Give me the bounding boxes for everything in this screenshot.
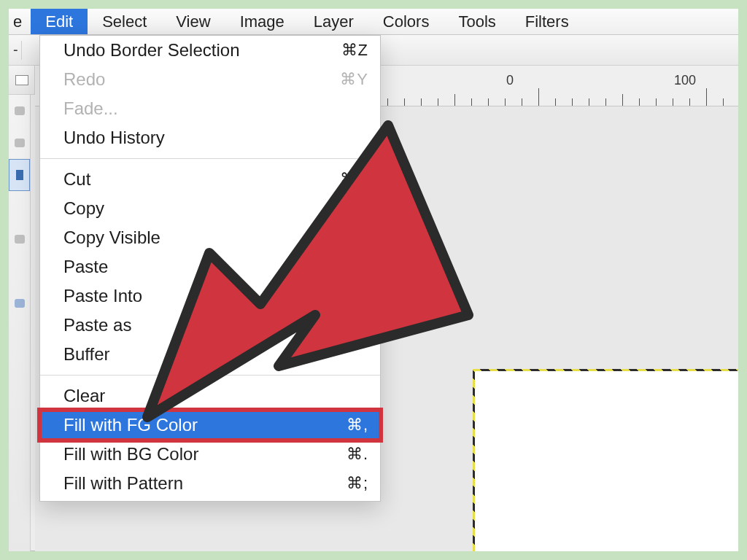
menu-item-fill-with-pattern[interactable]: Fill with Pattern⌘; (40, 469, 380, 498)
menu-separator (40, 375, 380, 376)
menu-item-view[interactable]: View (161, 9, 225, 34)
menu-item-cut[interactable]: Cut⌘X (40, 165, 380, 194)
menu-item-label: Copy (63, 198, 104, 219)
menu-item-edit[interactable]: Edit (31, 9, 88, 34)
menu-item-file-cut[interactable]: e (9, 9, 31, 34)
toolbox-strip (9, 95, 31, 551)
menu-item-shortcut: ⌘C (317, 199, 368, 218)
menu-item-shortcut: ⌘; (317, 474, 368, 493)
menu-item-tools[interactable]: Tools (444, 9, 510, 34)
menu-item-shortcut: ⌘Y (317, 70, 368, 89)
menu-item-label: Redo (63, 69, 105, 90)
menu-item-redo: Redo⌘Y (40, 65, 380, 94)
menu-item-label: Buffer (63, 344, 110, 365)
tool-slot[interactable] (9, 191, 30, 223)
menu-item-label: Paste (63, 257, 108, 277)
menu-item-shortcut: ⌘Z (317, 41, 368, 60)
app-window: e Edit Select View Image Layer Colors To… (9, 9, 738, 551)
menu-item-paste-into[interactable]: Paste Into (40, 281, 380, 311)
menu-item-layer[interactable]: Layer (299, 9, 368, 34)
tool-slot[interactable] (9, 127, 30, 159)
menu-item-image[interactable]: Image (225, 9, 299, 34)
document-thumb-icon (15, 75, 28, 85)
menu-item-label: Fill with Pattern (63, 473, 183, 494)
menu-bar: e Edit Select View Image Layer Colors To… (9, 9, 738, 35)
tool-slot[interactable] (9, 287, 30, 319)
menu-item-shortcut: ⌘, (317, 416, 368, 435)
menu-item-select[interactable]: Select (88, 9, 161, 34)
menu-item-label: Fill with BG Color (63, 444, 198, 464)
menu-item-filters[interactable]: Filters (511, 9, 584, 34)
menu-item-shortcut: ⌘. (317, 445, 368, 464)
document-tab[interactable] (9, 66, 35, 95)
menu-item-paste-as[interactable]: Paste as (40, 311, 380, 340)
ruler-label: 0 (506, 73, 514, 88)
menu-item-label: Cut (63, 169, 90, 190)
tool-slot[interactable] (9, 95, 30, 127)
menu-item-shortcut: ⇧⌘ (317, 228, 368, 247)
title-divider (21, 41, 22, 60)
menu-item-copy-visible[interactable]: Copy Visible⇧⌘ (40, 223, 380, 252)
menu-item-fill-with-fg-color[interactable]: Fill with FG Color⌘, (40, 411, 380, 440)
title-dash: - (13, 42, 18, 58)
menu-separator (40, 158, 380, 159)
menu-item-undo-border-selection[interactable]: Undo Border Selection⌘Z (40, 36, 380, 65)
menu-item-buffer[interactable]: Buffer (40, 340, 380, 369)
canvas-selection-marching-ants (473, 369, 738, 551)
tool-slot[interactable] (9, 223, 30, 255)
menu-item-label: Fill with FG Color (63, 415, 198, 435)
menu-item-label: Clear (63, 386, 105, 406)
ruler-label: 100 (674, 73, 696, 88)
menu-item-label: Undo Border Selection (63, 40, 239, 61)
menu-item-colors[interactable]: Colors (368, 9, 444, 34)
menu-item-fill-with-bg-color[interactable]: Fill with BG Color⌘. (40, 440, 380, 469)
tool-slot[interactable] (9, 255, 30, 287)
menu-item-fade: Fade... (40, 94, 380, 123)
menu-item-label: Paste as (63, 315, 131, 335)
menu-item-label: Undo History (63, 128, 165, 148)
menu-item-copy[interactable]: Copy⌘C (40, 194, 380, 223)
tool-slot-selected[interactable] (9, 159, 30, 191)
menu-item-label: Paste Into (63, 286, 142, 306)
menu-item-shortcut: ⌘X (317, 170, 368, 189)
menu-item-undo-history[interactable]: Undo History (40, 123, 380, 152)
menu-item-label: Fade... (63, 98, 118, 119)
menu-item-paste[interactable]: Paste (40, 252, 380, 281)
menu-item-label: Copy Visible (63, 228, 160, 248)
edit-menu-dropdown: Undo Border Selection⌘ZRedo⌘YFade...Undo… (39, 35, 381, 502)
menu-item-clear[interactable]: Clear (40, 381, 380, 411)
